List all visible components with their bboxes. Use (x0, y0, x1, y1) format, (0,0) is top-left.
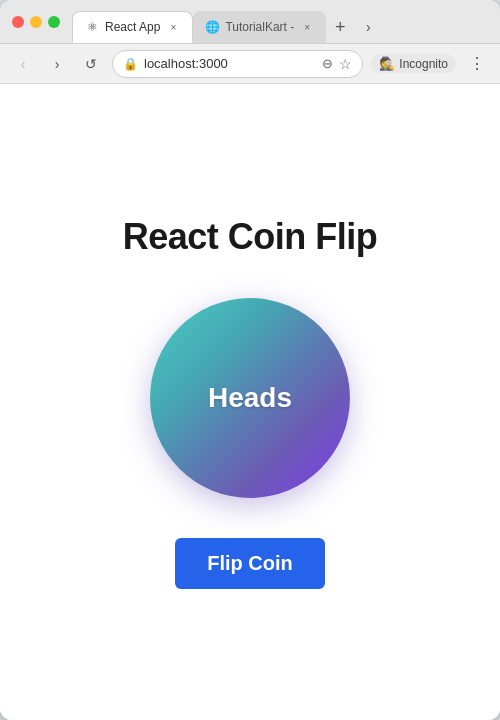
back-icon: ‹ (21, 56, 26, 72)
zoom-icon: ⊖ (322, 56, 333, 71)
tab-label-react-app: React App (105, 20, 160, 34)
close-button[interactable] (12, 16, 24, 28)
traffic-lights (12, 16, 60, 28)
tab-close-tutorialkart[interactable]: × (300, 20, 314, 34)
incognito-label: Incognito (399, 57, 448, 71)
new-tab-button[interactable]: + (326, 13, 354, 41)
minimize-button[interactable] (30, 16, 42, 28)
flip-coin-button[interactable]: Flip Coin (175, 538, 325, 589)
tab-react-app[interactable]: ⚛ React App × (72, 11, 193, 43)
tab-close-react-app[interactable]: × (166, 20, 180, 34)
tutorialkart-favicon: 🌐 (205, 20, 219, 34)
coin-result: Heads (208, 382, 292, 414)
page-content: React Coin Flip Heads Flip Coin (0, 84, 500, 720)
maximize-button[interactable] (48, 16, 60, 28)
url-display: localhost:3000 (144, 56, 316, 71)
incognito-icon: 🕵 (379, 56, 395, 71)
react-favicon: ⚛ (85, 20, 99, 34)
browser-window: ⚛ React App × 🌐 TutorialKart - × + › ‹ ›… (0, 0, 500, 720)
browser-menu-button[interactable]: ⋮ (464, 51, 490, 77)
reload-button[interactable]: ↺ (78, 51, 104, 77)
address-input-bar[interactable]: 🔒 localhost:3000 ⊖ ☆ (112, 50, 363, 78)
forward-button[interactable]: › (44, 51, 70, 77)
forward-icon: › (55, 56, 60, 72)
tab-tutorialkart[interactable]: 🌐 TutorialKart - × (193, 11, 326, 43)
coin-display: Heads (150, 298, 350, 498)
address-bar: ‹ › ↺ 🔒 localhost:3000 ⊖ ☆ 🕵 Incognito ⋮ (0, 44, 500, 84)
tab-label-tutorialkart: TutorialKart - (225, 20, 294, 34)
incognito-badge: 🕵 Incognito (371, 54, 456, 73)
lock-icon: 🔒 (123, 57, 138, 71)
page-title: React Coin Flip (123, 216, 378, 258)
tabs-chevron[interactable]: › (354, 13, 382, 41)
bookmark-icon[interactable]: ☆ (339, 56, 352, 72)
tabs-area: ⚛ React App × 🌐 TutorialKart - × + › (72, 0, 488, 43)
title-bar: ⚛ React App × 🌐 TutorialKart - × + › (0, 0, 500, 44)
back-button[interactable]: ‹ (10, 51, 36, 77)
reload-icon: ↺ (85, 56, 97, 72)
